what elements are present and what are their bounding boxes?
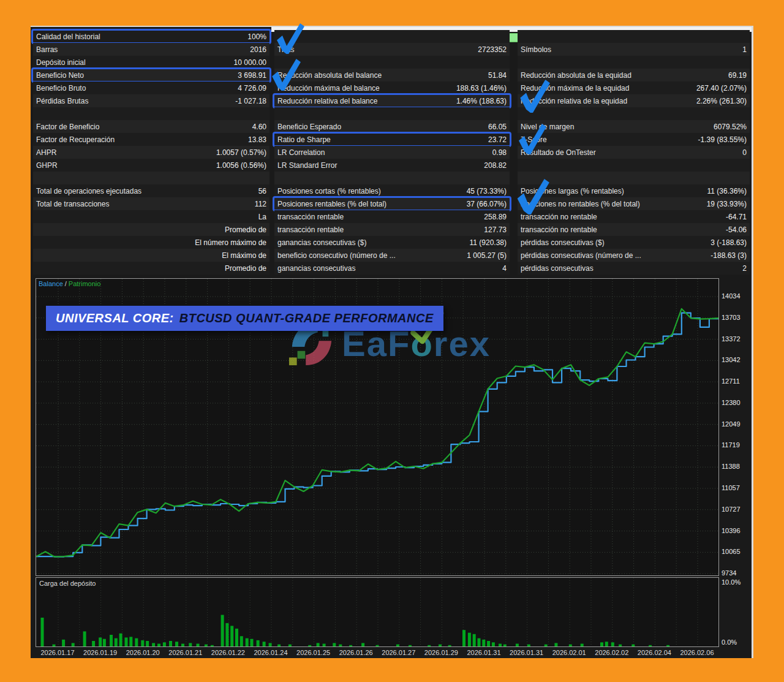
x-axis-label: 2026.01.29	[424, 649, 458, 656]
y-axis-label: 10727	[722, 506, 741, 513]
stat-value: 51.84	[488, 71, 507, 80]
stat-row: Posiciones rentables (% del total)37 (66…	[274, 197, 510, 210]
stat-label: pérdidas consecutivas (número de ...	[521, 251, 641, 260]
stat-row	[274, 172, 510, 184]
stat-row: LR Correlation0.98	[274, 146, 510, 159]
stat-row: Factor de Recuperación13.83	[33, 133, 270, 146]
stat-value: -1 027.18	[235, 97, 266, 105]
stat-value: 0	[742, 148, 747, 157]
stat-row: Reducción absoluta de la equidad69.19	[518, 69, 750, 81]
x-axis-label: 2026.01.26	[339, 649, 373, 656]
stat-value: 1.0056 (0.56%)	[216, 161, 266, 170]
stat-row: Z-Score-1.39 (83.55%)	[518, 133, 750, 146]
stat-row: pérdidas consecutivas (número de ...-188…	[518, 249, 750, 262]
chart-legend: Balance/Patrimonio	[39, 280, 100, 287]
x-axis-label: 2026.02.01	[552, 649, 586, 656]
stats-column-middle: Ticks2723352Reducción absoluta del balan…	[274, 30, 510, 275]
stat-value: 6079.52%	[714, 123, 747, 131]
stat-value: 1.46% (188.63)	[456, 97, 507, 105]
stat-label: transacción no rentable	[521, 225, 597, 234]
x-axis-label: 2026.01.19	[83, 649, 117, 656]
stat-label: GHPR	[36, 161, 58, 170]
stat-label: Resultado de OnTester	[521, 148, 596, 157]
x-axis-label: 2026.01.31	[467, 649, 500, 656]
stat-value: 13.83	[248, 135, 266, 144]
stat-label: Total de operaciones ejecutadas	[36, 187, 141, 195]
stat-row: Reducción máxima de la equidad267.40 (2.…	[518, 81, 750, 94]
stat-row: Ratio de Sharpe23.72	[274, 133, 510, 146]
stat-label: transacción no rentable	[521, 213, 597, 221]
deposit-load-label: Carga del depósito	[39, 580, 96, 587]
y-axis-label: 13042	[722, 356, 741, 363]
stat-value: 112	[255, 200, 266, 208]
stat-row: El número máximo de	[33, 236, 270, 249]
stat-row	[518, 172, 750, 184]
stat-value: 11 (36.36%)	[707, 187, 747, 195]
stat-label: pérdidas consecutivas	[521, 264, 594, 273]
stat-label: pérdidas consecutivas ($)	[521, 238, 605, 247]
stat-label: transacción rentable	[277, 225, 344, 234]
stat-value: 208.82	[484, 161, 507, 170]
stat-row: pérdidas consecutivas ($)3 (-188.63)	[518, 236, 750, 249]
stat-label: Factor de Beneficio	[36, 123, 99, 131]
stat-value: 4	[502, 264, 507, 273]
stat-row	[518, 56, 750, 69]
y-axis-label: 11719	[722, 441, 740, 449]
stat-label: Beneficio Neto	[36, 71, 84, 80]
x-axis-label: 2026.01.27	[382, 649, 415, 656]
stat-label: Pérdidas Brutas	[36, 97, 88, 105]
stat-label: Calidad del historial	[36, 32, 100, 41]
stat-label: Reducción relativa de la equidad	[521, 97, 627, 105]
stat-row: Calidad del historial100%	[33, 30, 270, 43]
title-banner: UNIVERSAL CORE: BTCUSD QUANT-GRADE PERFO…	[46, 306, 443, 331]
stat-row: La	[33, 210, 270, 223]
stat-row: Reducción máxima del balance188.63 (1.46…	[274, 81, 510, 94]
stat-row: Resultado de OnTester0	[518, 146, 750, 159]
stat-row: Depósito inicial10 000.00	[33, 56, 270, 69]
stat-row: GHPR1.0056 (0.56%)	[33, 159, 270, 172]
stat-value: 66.05	[488, 123, 507, 131]
stat-row: Posiciones largas (% rentables)11 (36.36…	[518, 184, 750, 197]
stat-label: Depósito inicial	[36, 58, 86, 67]
stat-row: Reducción absoluta del balance51.84	[274, 69, 510, 81]
stat-row: transacción rentable127.73	[274, 223, 510, 236]
stat-label: Reducción relativa del balance	[277, 97, 377, 105]
stat-label: Reducción absoluta del balance	[277, 71, 382, 80]
stat-label: Posiciones rentables (% del total)	[277, 200, 386, 208]
stat-row: Total de operaciones ejecutadas56	[33, 184, 270, 197]
stat-value: 56	[258, 187, 266, 195]
stat-value: 4 726.09	[238, 84, 266, 93]
deposit-load-chart	[36, 577, 719, 647]
stat-row: Reducción relativa de la equidad2.26% (2…	[518, 94, 750, 107]
legend-balance-label: Balance	[39, 280, 63, 287]
x-axis-label: 2026.02.04	[638, 649, 671, 656]
stat-value: 3 698.91	[238, 71, 266, 80]
x-axis-label: 2026.01.31	[510, 649, 543, 656]
stat-row: Promedio de	[33, 262, 270, 275]
stat-label: ganancias consecutivas ($)	[277, 238, 366, 247]
x-axis-label: 2026.02.06	[680, 649, 714, 656]
y-axis-label: 12711	[722, 377, 740, 385]
stat-label: Beneficio Esperado	[277, 123, 341, 131]
stat-row: pérdidas consecutivas2	[518, 262, 750, 275]
y-axis-label: 11057	[722, 484, 740, 491]
stat-label: LR Standard Error	[277, 161, 337, 170]
stat-row: Barras2016	[33, 43, 270, 56]
stats-column-left: Calidad del historial100%Barras2016Depós…	[33, 30, 270, 275]
y-axis-label: 12380	[722, 399, 741, 406]
backtest-report: Calidad del historial100%Barras2016Depós…	[31, 26, 753, 658]
stat-value: 2723352	[478, 45, 507, 54]
stat-label: Posiciones largas (% rentables)	[521, 187, 624, 195]
stat-label: Beneficio Bruto	[36, 84, 86, 93]
stat-label: Reducción absoluta de la equidad	[521, 71, 631, 80]
stat-value: -54.06	[726, 225, 747, 234]
x-axis-label: 2026.01.25	[296, 649, 330, 656]
y-axis-label: 13372	[722, 335, 741, 343]
stat-row: Nivel de margen6079.52%	[518, 120, 750, 133]
stat-value: 3 (-188.63)	[710, 238, 747, 247]
stat-row: LR Standard Error208.82	[274, 159, 510, 172]
stat-row: beneficio consecutivo (número de ...1 00…	[274, 249, 510, 262]
stat-label: Nivel de margen	[521, 123, 574, 131]
stat-row: Factor de Beneficio4.60	[33, 120, 270, 133]
stat-label: Barras	[36, 45, 58, 54]
